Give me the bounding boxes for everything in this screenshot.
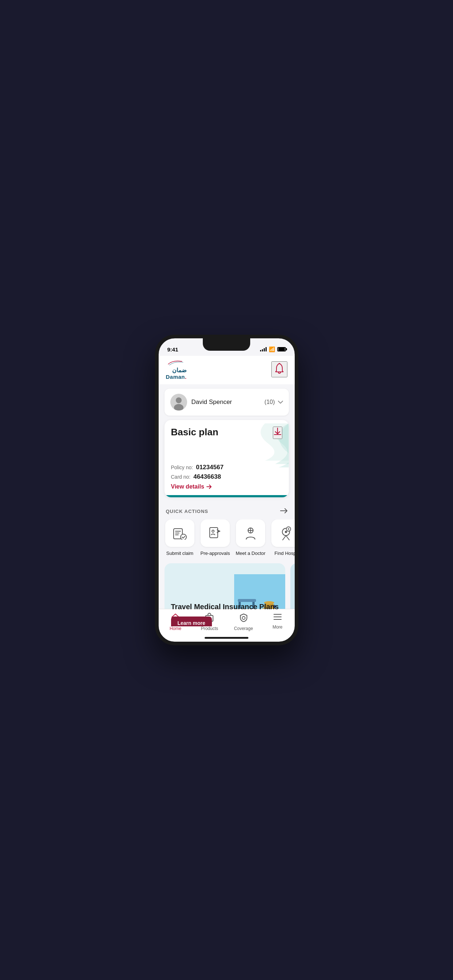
logo-swoosh — [166, 359, 184, 367]
submit-claim-label: Submit claim — [166, 550, 193, 556]
find-hospital-icon-box — [271, 520, 295, 547]
battery-icon — [277, 347, 286, 352]
learn-more-button[interactable]: Learn more — [171, 617, 212, 626]
view-details-text: View details — [171, 484, 204, 490]
view-details-link[interactable]: View details — [171, 484, 282, 490]
action-submit-claim[interactable]: Submit claim — [164, 520, 196, 556]
chevron-down-icon — [278, 399, 283, 405]
plan-title: Basic plan — [171, 426, 219, 438]
user-card[interactable]: David Spencer (10) — [164, 389, 289, 415]
quick-actions-list: Submit claim Pre-approvals — [159, 520, 295, 562]
status-time: 9:41 — [167, 346, 179, 353]
wifi-icon: 📶 — [269, 346, 275, 352]
card-label: Card no: — [171, 474, 191, 480]
home-indicator — [205, 637, 248, 639]
nav-home-label: Home — [170, 626, 181, 631]
promo-travel-insurance: Travel Medical Insurance Plans Learn mor… — [164, 563, 286, 626]
svg-rect-6 — [210, 528, 218, 538]
card-row: Card no: 46436638 — [171, 473, 282, 480]
promo-travel-title: Travel Medical Insurance Plans — [171, 602, 279, 611]
promo-travel-content: Travel Medical Insurance Plans Learn mor… — [164, 595, 286, 626]
scroll-content[interactable]: ضمان Daman. — [159, 356, 295, 626]
bell-icon — [274, 363, 284, 376]
svg-point-7 — [212, 530, 214, 532]
nav-products-label: Products — [201, 626, 218, 631]
promo-general-health: GeHe Le — [290, 563, 294, 626]
action-meet-doctor[interactable]: Meet a Doctor — [235, 520, 266, 556]
phone-screen: 9:41 📶 — [159, 338, 295, 642]
promo-health-content: GeHe Le — [290, 588, 294, 626]
svg-point-0 — [279, 363, 280, 364]
notification-button[interactable] — [271, 361, 287, 377]
card-number: 46436638 — [193, 473, 221, 480]
status-icons: 📶 — [260, 346, 286, 352]
pre-approvals-icon — [208, 527, 222, 540]
promo-section: Travel Medical Insurance Plans Learn mor… — [159, 562, 295, 626]
app-header: ضمان Daman. — [159, 356, 295, 384]
find-hospital-label: Find Hosp. — [274, 550, 295, 556]
pre-approvals-icon-box — [201, 520, 230, 547]
pre-approvals-label: Pre-approvals — [201, 550, 230, 556]
meet-doctor-icon — [243, 526, 258, 541]
quick-actions-arrow[interactable] — [280, 508, 287, 515]
nav-coverage-label: Coverage — [234, 626, 253, 631]
card-header-area: Basic plan — [164, 420, 289, 439]
member-count: (10) — [265, 399, 274, 406]
notch — [203, 338, 250, 351]
submit-claim-icon — [173, 527, 187, 539]
find-hospital-icon — [279, 526, 293, 541]
policy-label: Policy no: — [171, 465, 193, 470]
meet-doctor-label: Meet a Doctor — [236, 550, 266, 556]
arrow-right-icon — [206, 485, 212, 489]
quick-actions-header: QUICK ACTIONS — [159, 502, 295, 520]
action-pre-approvals[interactable]: Pre-approvals — [200, 520, 231, 556]
logo: ضمان Daman. — [166, 359, 187, 380]
download-button[interactable] — [273, 426, 282, 439]
svg-point-11 — [285, 531, 287, 533]
action-find-hospital[interactable]: Find Hosp. — [271, 520, 295, 556]
quick-actions-title: QUICK ACTIONS — [166, 509, 209, 514]
svg-point-2 — [176, 398, 182, 403]
meet-doctor-icon-box — [236, 520, 265, 547]
avatar — [170, 394, 187, 410]
insurance-card: Basic plan Policy no: 01234567 — [164, 420, 289, 497]
logo-arabic-text: ضمان — [166, 367, 187, 374]
svg-point-5 — [180, 534, 187, 539]
card-accent-bar — [164, 495, 289, 497]
phone-frame: 9:41 📶 — [155, 335, 298, 645]
submit-claim-icon-box — [165, 520, 195, 547]
logo-english-text: Daman. — [166, 374, 187, 380]
user-name: David Spencer — [191, 398, 265, 406]
signal-icon — [260, 347, 266, 352]
